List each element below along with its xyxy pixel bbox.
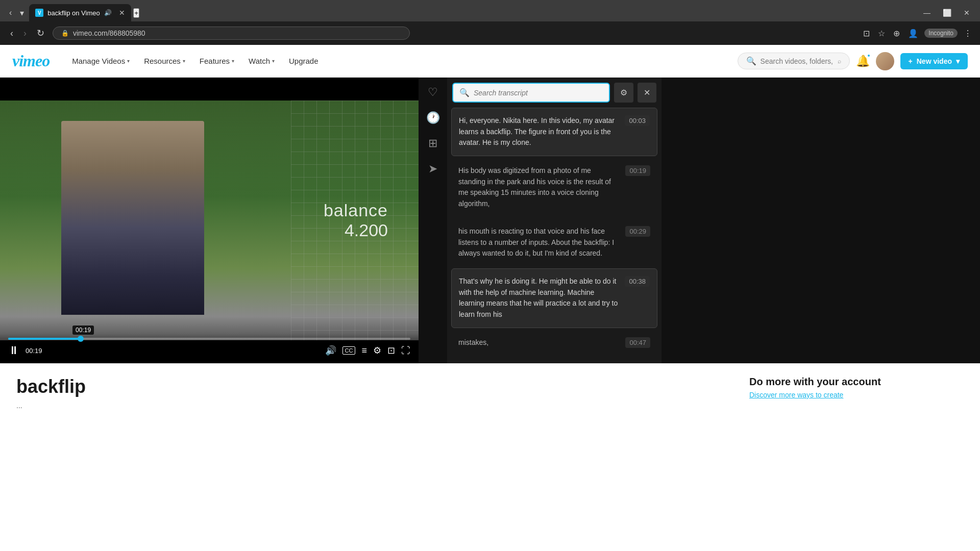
play-pause-button[interactable]: ⏸ <box>8 344 19 357</box>
overlay-balance: balance <box>324 201 388 220</box>
search-box[interactable]: 🔍 ⌕ <box>738 53 850 69</box>
video-controls: 00:19 ⏸ 00:19 🔊 CC ≡ ⚙ ⊡ ⛶ <box>0 334 419 363</box>
nav-buttons: ‹ › ↻ <box>6 26 48 41</box>
account-promo-link[interactable]: Discover more ways to create <box>749 391 964 399</box>
notification-icon[interactable]: 🔔 <box>856 55 870 68</box>
tab-dropdown-icon[interactable]: ▾ <box>17 7 27 19</box>
browser-toolbar: ‹ › ↻ 🔒 vimeo.com/868805980 ⊡ ☆ ⊕ 👤 Inco… <box>0 21 980 45</box>
window-controls: — ⬜ ✕ <box>917 7 976 19</box>
transcript-filter-button[interactable]: ⚙ <box>614 83 633 103</box>
nav-watch-label: Watch <box>249 57 270 65</box>
tab-title: backflip on Vimeo <box>47 9 100 17</box>
transcript-time-1: 00:03 <box>625 115 650 126</box>
nav-resources-label: Resources <box>144 57 181 65</box>
transcript-search-bar[interactable]: 🔍 <box>452 83 610 103</box>
video-frame[interactable]: balance 4.200 <box>0 101 419 340</box>
new-video-plus-icon: + <box>909 57 913 65</box>
lock-icon: 🔒 <box>61 30 69 37</box>
nav-resources[interactable]: Resources ▾ <box>138 54 191 68</box>
sidebar-share-button[interactable]: ➤ <box>428 162 437 176</box>
below-video-section: backflip ... Do more with your account D… <box>0 363 980 422</box>
nav-watch[interactable]: Watch ▾ <box>242 54 281 68</box>
transcript-search-icon: 🔍 <box>459 88 470 97</box>
volume-button[interactable]: 🔊 <box>325 345 336 356</box>
vimeo-nav: Manage Videos ▾ Resources ▾ Features ▾ W… <box>66 54 324 68</box>
sidebar-clock-button[interactable]: 🕐 <box>426 111 440 124</box>
sidebar-like-button[interactable]: ♡ <box>428 86 438 99</box>
transcript-text-5: mistakes, <box>458 337 625 348</box>
bookmark-icon[interactable]: ☆ <box>876 27 887 40</box>
captions-button[interactable]: CC <box>342 346 356 355</box>
extensions-icon[interactable]: ⊕ <box>891 27 902 40</box>
new-tab-button[interactable]: + <box>133 8 139 18</box>
notification-dot <box>867 54 871 58</box>
transcript-text-2: His body was digitized from a photo of m… <box>458 165 625 210</box>
refresh-button[interactable]: ↻ <box>33 26 48 41</box>
sidebar-layers-button[interactable]: ⊞ <box>428 137 437 150</box>
browser-chrome: ‹ ▾ V backflip on Vimeo 🔊 ✕ + — ⬜ ✕ ‹ › … <box>0 0 980 45</box>
progress-bar[interactable]: 00:19 <box>8 338 410 340</box>
sidebar-icons: ♡ 🕐 ⊞ ➤ <box>419 78 447 363</box>
new-video-label: New video <box>917 57 952 65</box>
close-button[interactable]: ✕ <box>958 7 976 19</box>
profile-icon[interactable]: 👤 <box>906 27 920 40</box>
forward-button[interactable]: › <box>19 26 31 41</box>
tab-back-icon[interactable]: ‹ <box>6 7 15 18</box>
transcript-entry-2[interactable]: His body was digitized from a photo of m… <box>451 158 657 217</box>
overlay-value: 4.200 <box>324 220 388 240</box>
toolbar-right: ⊡ ☆ ⊕ 👤 Incognito ⋮ <box>861 27 974 40</box>
user-avatar[interactable] <box>876 52 894 70</box>
search-input[interactable] <box>761 57 834 65</box>
cast-icon[interactable]: ⊡ <box>861 27 872 40</box>
nav-manage-videos[interactable]: Manage Videos ▾ <box>66 54 136 68</box>
avatar-image <box>876 52 894 70</box>
pip-button[interactable]: ⊡ <box>387 345 395 356</box>
header-right: 🔍 ⌕ 🔔 + New video ▾ <box>738 52 968 70</box>
transcript-entry-5[interactable]: mistakes, 00:47 <box>451 330 657 356</box>
address-bar[interactable]: 🔒 vimeo.com/868805980 <box>53 27 410 40</box>
video-meta: ... <box>16 402 749 410</box>
back-button[interactable]: ‹ <box>6 26 17 41</box>
nav-upgrade-label: Upgrade <box>289 57 318 65</box>
transcript-entry-3[interactable]: his mouth is reacting to that voice and … <box>451 219 657 266</box>
fullscreen-button[interactable]: ⛶ <box>401 345 410 356</box>
tab-nav-buttons[interactable]: ‹ ▾ <box>6 7 27 19</box>
new-video-chevron: ▾ <box>956 57 960 65</box>
nav-features-label: Features <box>200 57 230 65</box>
new-video-button[interactable]: + New video ▾ <box>900 53 968 69</box>
tab-audio-icon: 🔊 <box>104 9 112 16</box>
nav-upgrade[interactable]: Upgrade <box>283 54 325 68</box>
transcript-time-3: 00:29 <box>625 226 650 237</box>
maximize-button[interactable]: ⬜ <box>937 7 958 19</box>
menu-icon[interactable]: ⋮ <box>962 27 974 40</box>
search-kbd-icon: ⌕ <box>838 58 841 65</box>
transcript-search-input[interactable] <box>474 89 603 97</box>
video-section: balance 4.200 00:19 ⏸ 00: <box>0 78 980 363</box>
progress-fill <box>8 338 81 340</box>
video-person <box>61 121 204 315</box>
transcript-entry-4[interactable]: That's why he is doing it. He might be a… <box>451 268 657 328</box>
minimize-button[interactable]: — <box>917 7 937 19</box>
tab-close-button[interactable]: ✕ <box>119 9 125 17</box>
video-container[interactable]: balance 4.200 00:19 ⏸ 00: <box>0 78 419 363</box>
nav-manage-videos-label: Manage Videos <box>72 57 125 65</box>
transcript-search-container: 🔍 ⚙ ✕ <box>447 78 662 108</box>
nav-manage-videos-chevron: ▾ <box>127 58 130 64</box>
url-text: vimeo.com/868805980 <box>73 29 145 37</box>
transcript-body: Hi, everyone. Nikita here. In this video… <box>447 108 662 363</box>
transcript-close-button[interactable]: ✕ <box>638 83 656 103</box>
nav-features[interactable]: Features ▾ <box>193 54 240 68</box>
chapters-button[interactable]: ≡ <box>361 345 367 356</box>
nav-features-chevron: ▾ <box>232 58 234 64</box>
tab-bar: ‹ ▾ V backflip on Vimeo 🔊 ✕ + — ⬜ ✕ <box>0 0 980 21</box>
transcript-text-3: his mouth is reacting to that voice and … <box>458 226 625 259</box>
settings-button[interactable]: ⚙ <box>373 345 381 356</box>
transcript-entry-1[interactable]: Hi, everyone. Nikita here. In this video… <box>451 108 657 156</box>
video-title: backflip <box>16 376 749 397</box>
vimeo-logo[interactable]: vimeo <box>12 52 50 70</box>
progress-thumb <box>78 336 84 342</box>
browser-tab-active[interactable]: V backflip on Vimeo 🔊 ✕ <box>29 4 131 21</box>
account-promo: Do more with your account Discover more … <box>749 376 964 410</box>
right-fill <box>662 78 980 363</box>
transcript-time-5: 00:47 <box>625 337 650 348</box>
